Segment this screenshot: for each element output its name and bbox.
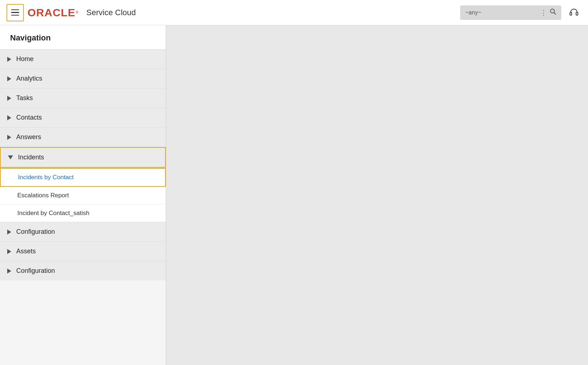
header-right: ~any~ ⋮ bbox=[460, 5, 581, 20]
configuration-label: Configuration bbox=[16, 228, 55, 236]
nav-item-configuration: Configuration bbox=[0, 222, 166, 241]
nav-item-answers-row[interactable]: Answers bbox=[0, 128, 166, 147]
header: ORACLE® Service Cloud ~any~ ⋮ bbox=[0, 0, 588, 25]
nav-item-home: Home bbox=[0, 49, 166, 69]
svg-line-1 bbox=[554, 13, 556, 14]
search-icon[interactable] bbox=[550, 8, 556, 17]
nav-item-analytics-row[interactable]: Analytics bbox=[0, 69, 166, 88]
incident-by-contact-satish-label: Incident by Contact_satish bbox=[17, 210, 89, 216]
incidents-subitems: Incidents by Contact Escalations Report … bbox=[0, 168, 166, 222]
svg-rect-2 bbox=[570, 12, 572, 15]
analytics-label: Analytics bbox=[16, 75, 42, 82]
oracle-text: ORACLE bbox=[27, 7, 75, 19]
tasks-label: Tasks bbox=[16, 94, 33, 102]
headset-icon[interactable] bbox=[566, 5, 581, 20]
nav-subitem-incident-by-contact-satish[interactable]: Incident by Contact_satish bbox=[0, 205, 166, 222]
nav-items-list: Home Analytics Tasks bbox=[0, 49, 166, 280]
nav-item-home-row[interactable]: Home bbox=[0, 50, 166, 69]
content-area bbox=[166, 25, 588, 365]
nav-item-contacts-row[interactable]: Contacts bbox=[0, 108, 166, 127]
nav-subitem-escalations-report[interactable]: Escalations Report bbox=[0, 187, 166, 205]
configuration2-label: Configuration bbox=[16, 267, 55, 275]
answers-arrow-icon bbox=[7, 135, 11, 140]
assets-arrow-icon bbox=[7, 249, 11, 254]
svg-rect-3 bbox=[576, 12, 578, 15]
configuration2-arrow-icon bbox=[7, 269, 11, 274]
nav-item-tasks: Tasks bbox=[0, 88, 166, 108]
nav-item-tasks-row[interactable]: Tasks bbox=[0, 89, 166, 108]
configuration-arrow-icon bbox=[7, 229, 11, 235]
tasks-arrow-icon bbox=[7, 96, 11, 101]
search-bar[interactable]: ~any~ ⋮ bbox=[460, 5, 561, 20]
incidents-by-contact-label: Incidents by Contact bbox=[18, 174, 74, 181]
nav-subitem-incidents-by-contact[interactable]: Incidents by Contact bbox=[0, 168, 166, 187]
more-icon[interactable]: ⋮ bbox=[540, 9, 547, 17]
escalations-report-label: Escalations Report bbox=[17, 192, 69, 199]
home-label: Home bbox=[16, 55, 34, 63]
answers-label: Answers bbox=[16, 133, 41, 141]
search-text: ~any~ bbox=[465, 9, 537, 16]
nav-item-assets-row[interactable]: Assets bbox=[0, 242, 166, 261]
contacts-label: Contacts bbox=[16, 114, 42, 121]
main-layout: Navigation Home Analytics T bbox=[0, 25, 588, 365]
home-arrow-icon bbox=[7, 57, 11, 62]
app-title: Service Cloud bbox=[86, 8, 136, 17]
oracle-registered: ® bbox=[76, 10, 78, 14]
navigation-panel: Navigation Home Analytics T bbox=[0, 25, 166, 365]
nav-item-contacts: Contacts bbox=[0, 108, 166, 127]
nav-item-configuration-row[interactable]: Configuration bbox=[0, 222, 166, 241]
incidents-arrow-icon bbox=[8, 155, 13, 159]
oracle-logo: ORACLE® bbox=[27, 7, 78, 19]
nav-item-incidents-row[interactable]: Incidents bbox=[0, 147, 166, 168]
nav-item-analytics: Analytics bbox=[0, 69, 166, 88]
navigation-title: Navigation bbox=[0, 25, 166, 49]
nav-item-answers: Answers bbox=[0, 127, 166, 147]
contacts-arrow-icon bbox=[7, 115, 11, 120]
nav-item-incidents: Incidents Incidents by Contact Escalatio… bbox=[0, 147, 166, 222]
nav-item-assets: Assets bbox=[0, 241, 166, 261]
hamburger-icon bbox=[11, 9, 19, 16]
nav-item-configuration2: Configuration bbox=[0, 261, 166, 280]
nav-item-configuration2-row[interactable]: Configuration bbox=[0, 261, 166, 280]
assets-label: Assets bbox=[16, 248, 36, 255]
menu-button[interactable] bbox=[7, 4, 24, 21]
incidents-label: Incidents bbox=[18, 154, 44, 161]
analytics-arrow-icon bbox=[7, 76, 11, 81]
